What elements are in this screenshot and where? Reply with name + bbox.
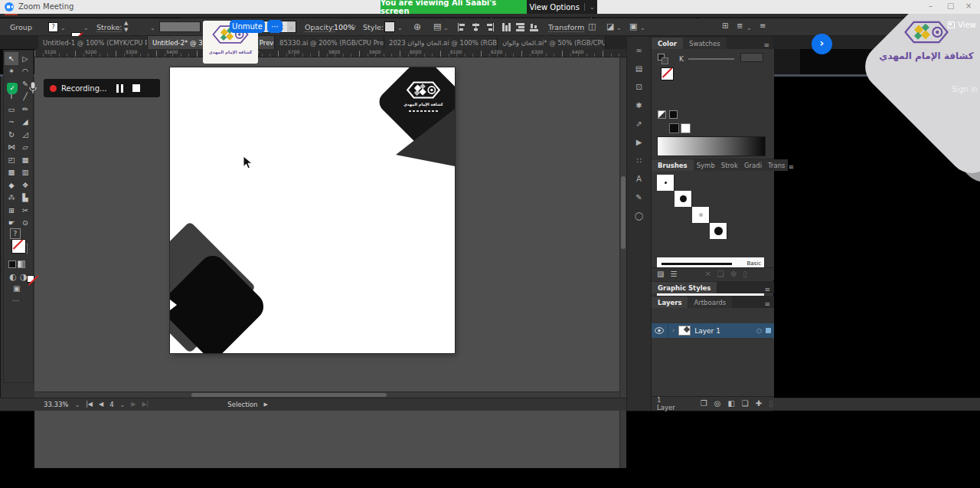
tool-free-transform[interactable]: ▱: [18, 141, 32, 154]
libraries-menu-icon[interactable]: ☰: [670, 270, 677, 278]
tool-mesh[interactable]: ▩: [5, 166, 18, 179]
document-tab[interactable]: الحان والوان 2023.ai @ 100% (RGB/...×: [384, 36, 498, 49]
next-participants-button[interactable]: ›: [812, 34, 832, 54]
color-mode-button[interactable]: [8, 260, 16, 268]
tool-width[interactable]: ⋈: [5, 141, 18, 154]
tab-symbols[interactable]: Symb: [694, 159, 718, 171]
last-artboard-icon[interactable]: ▶|: [142, 401, 149, 408]
swap-swatch-icon[interactable]: [658, 110, 666, 119]
dock-align-icon[interactable]: ∷: [636, 156, 641, 165]
artboard[interactable]: كشافة الإمام المهدي: [170, 67, 455, 353]
arrange-icon[interactable]: ◫: [588, 22, 596, 31]
dock-libraries-icon[interactable]: ∞: [635, 46, 642, 54]
stop-recording-button[interactable]: [132, 84, 140, 92]
recolor-artwork-icon[interactable]: ⊕: [413, 22, 421, 31]
document-tab[interactable]: 85330.ai @ 200% (RGB/CPU Previ...×: [275, 36, 384, 49]
tab-stroke[interactable]: Strok: [718, 159, 741, 171]
more-options-icon[interactable]: ▣: [629, 22, 637, 31]
channel-value-field[interactable]: [740, 53, 763, 62]
chevron-down-icon[interactable]: ⌄: [150, 25, 155, 31]
prev-artboard-icon[interactable]: ◀: [99, 401, 103, 408]
dock-paragraph-icon[interactable]: ◯: [635, 211, 643, 220]
tool-zoom[interactable]: ⊙: [18, 217, 32, 230]
dock-appearance-icon[interactable]: ✎: [635, 193, 642, 201]
tool-column-graph[interactable]: ▙: [18, 192, 32, 205]
brush-dot-faint[interactable]: [692, 207, 710, 223]
stepper-up-icon[interactable]: ▲: [124, 21, 128, 26]
channel-slider[interactable]: [688, 58, 734, 60]
dock-properties-icon[interactable]: ✱: [635, 101, 642, 110]
tool-selection[interactable]: ↖: [5, 52, 18, 65]
draw-behind-icon[interactable]: ◑: [20, 273, 28, 281]
panel-menu-icon[interactable]: ≡: [764, 300, 774, 308]
distribute-vertical-icon[interactable]: [502, 23, 511, 31]
tool-slice[interactable]: ✂: [18, 204, 32, 217]
active-color-none[interactable]: [661, 67, 674, 80]
tool-shape-builder[interactable]: ◰: [5, 153, 18, 166]
chevron-down-icon[interactable]: ⌄: [746, 25, 752, 31]
align-bottom-icon[interactable]: [530, 23, 538, 31]
panel-menu-icon[interactable]: ≡: [763, 41, 773, 49]
chevron-down-icon[interactable]: ⌄: [616, 25, 622, 31]
style-swatch[interactable]: [384, 21, 395, 32]
collect-export-icon[interactable]: ❐: [701, 400, 707, 408]
chevron-down-icon[interactable]: ⌄: [640, 25, 645, 31]
distribute-horizontal-icon[interactable]: [516, 23, 524, 31]
first-artboard-icon[interactable]: |◀: [86, 401, 93, 408]
align-left-icon[interactable]: [458, 23, 466, 31]
zoom-level[interactable]: 33.33%: [44, 401, 68, 408]
scrollbar-thumb[interactable]: [191, 393, 387, 397]
view-options-button[interactable]: View Options ⌄: [527, 0, 597, 14]
stroke-weight-label[interactable]: Stroke:: [96, 23, 122, 32]
delete-brush-icon[interactable]: ▯: [743, 270, 747, 278]
make-mask-icon[interactable]: ◧: [727, 400, 734, 408]
panel-menu-icon[interactable]: ≡: [760, 22, 766, 30]
chevron-right-icon[interactable]: ›: [354, 23, 356, 30]
layer-name[interactable]: Layer 1: [694, 327, 720, 335]
brush-dot-small[interactable]: [657, 175, 675, 191]
expand-layer-icon[interactable]: ›: [672, 327, 675, 334]
pause-recording-button[interactable]: [116, 84, 123, 93]
panel-menu-icon[interactable]: ≡: [764, 286, 774, 293]
workspace-icon[interactable]: ≣: [737, 22, 743, 30]
fill-indicator-none[interactable]: [11, 239, 26, 254]
tool-direct-selection[interactable]: ▷: [18, 52, 32, 65]
tool-hand[interactable]: ☛: [5, 217, 18, 230]
fill-swatch[interactable]: ?: [48, 22, 58, 32]
new-sublayer-icon[interactable]: ❏: [742, 400, 749, 408]
tool-eyedropper[interactable]: ◆: [5, 178, 18, 192]
dock-export-icon[interactable]: ⊡: [635, 83, 642, 91]
tab-graphic-styles[interactable]: Graphic Styles: [652, 282, 717, 293]
white-ramp-swatch[interactable]: [681, 123, 691, 133]
document-setup-icon[interactable]: ▤: [433, 22, 441, 31]
tool-perspective-grid[interactable]: ▦: [18, 153, 32, 166]
target-circle-icon[interactable]: ○: [756, 327, 762, 334]
chevron-down-icon[interactable]: ⌄: [397, 25, 403, 31]
tab-color[interactable]: Color: [652, 38, 683, 49]
brush-dot-medium[interactable]: [675, 191, 692, 207]
dock-document-icon[interactable]: ▤: [635, 64, 642, 73]
chevron-down-icon[interactable]: ⌄: [60, 25, 66, 31]
none-mode-button[interactable]: [27, 275, 34, 283]
chevron-down-icon[interactable]: ⌄: [443, 25, 449, 31]
stepper-down-icon[interactable]: ▼: [124, 28, 128, 33]
tool-symbol-sprayer[interactable]: ⁂: [5, 192, 18, 205]
status-expand-icon[interactable]: ▶: [263, 402, 267, 408]
opacity-value[interactable]: 100%: [334, 23, 354, 31]
horizontal-scrollbar[interactable]: [34, 391, 619, 398]
next-artboard-icon[interactable]: ▶: [131, 401, 136, 408]
chevron-down-icon[interactable]: ⌄: [74, 401, 80, 408]
align-right-icon[interactable]: [485, 23, 494, 31]
brush-options-icon[interactable]: ❏: [717, 270, 724, 278]
gradient-mode-button[interactable]: [18, 260, 25, 268]
more-options-button[interactable]: ···: [267, 20, 283, 33]
tab-artboards[interactable]: Artboards: [688, 296, 732, 308]
dock-share-icon[interactable]: ⇗: [635, 120, 642, 128]
arrange-documents-icon[interactable]: ⊞: [722, 22, 728, 30]
zoom-view-button[interactable]: View: [948, 21, 976, 29]
chevron-down-icon[interactable]: ⌄: [83, 25, 89, 31]
layer-row-selected[interactable]: › Layer 1 ○: [652, 323, 774, 338]
zoom-minimize-button[interactable]: –: [929, 2, 933, 10]
tool-rotate[interactable]: ↻: [5, 128, 18, 141]
tab-swatches[interactable]: Swatches: [683, 38, 727, 49]
